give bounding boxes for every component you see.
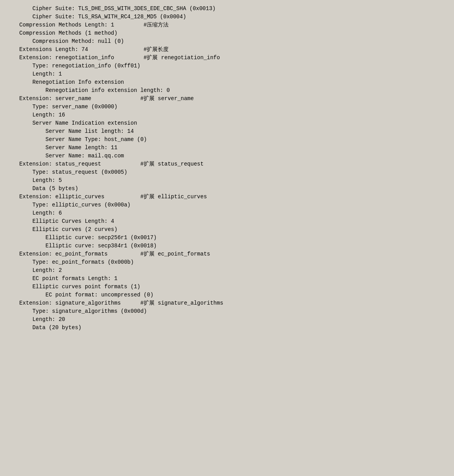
line: Length: 20	[6, 316, 448, 324]
line: Server Name Type: host_name (0)	[6, 136, 448, 144]
line: Type: signature_algorithms (0x000d)	[6, 307, 448, 316]
line: Length: 5	[6, 176, 448, 185]
line: Type: elliptic_curves (0x000a)	[6, 201, 448, 209]
line: EC point formats Length: 1	[6, 275, 448, 283]
line: Extension: renegotiation_info #扩展 renego…	[6, 54, 448, 62]
main-content: Cipher Suite: TLS_DHE_DSS_WITH_3DES_EDE_…	[6, 3, 448, 333]
line: Server Name: mail.qq.com	[6, 152, 448, 160]
line: Server Name list length: 14	[6, 127, 448, 136]
line: Cipher Suite: TLS_DHE_DSS_WITH_3DES_EDE_…	[6, 5, 448, 13]
line: Cipher Suite: TLS_RSA_WITH_RC4_128_MD5 (…	[6, 13, 448, 21]
line: Extension: ec_point_formats #扩展 ec_point…	[6, 250, 448, 258]
line: EC point format: uncompressed (0)	[6, 291, 448, 299]
line: Type: server_name (0x0000)	[6, 103, 448, 111]
line: Elliptic curve: secp384r1 (0x0018)	[6, 242, 448, 250]
line: Server Name Indication extension	[6, 119, 448, 127]
line: Elliptic curve: secp256r1 (0x0017)	[6, 234, 448, 242]
line: Type: renegotiation_info (0xff01)	[6, 62, 448, 70]
line: Compression Method: null (0)	[6, 37, 448, 46]
line: Extension: elliptic_curves #扩展 elliptic_…	[6, 193, 448, 201]
line: Compression Methods (1 method)	[6, 29, 448, 37]
line: Length: 6	[6, 209, 448, 217]
line: Data (5 bytes)	[6, 185, 448, 193]
line: Renegotiation info extension length: 0	[6, 86, 448, 95]
line: Data (20 bytes)	[6, 324, 448, 332]
line: Length: 2	[6, 266, 448, 275]
line: Type: ec_point_formats (0x000b)	[6, 258, 448, 266]
line: Compression Methods Length: 1 #压缩方法	[6, 21, 448, 29]
line: Renegotiation Info extension	[6, 78, 448, 86]
line: Type: status_request (0x0005)	[6, 168, 448, 176]
line: Elliptic curves (2 curves)	[6, 226, 448, 234]
code-block: Cipher Suite: TLS_DHE_DSS_WITH_3DES_EDE_…	[6, 5, 448, 332]
line: Elliptic curves point formats (1)	[6, 283, 448, 291]
line: Elliptic Curves Length: 4	[6, 217, 448, 226]
line: Length: 1	[6, 70, 448, 78]
line: Extensions Length: 74 #扩展长度	[6, 46, 448, 54]
line: Extension: server_name #扩展 server_name	[6, 95, 448, 103]
line: Extension: status_request #扩展 status_req…	[6, 160, 448, 168]
line: Length: 16	[6, 111, 448, 119]
line: Server Name length: 11	[6, 144, 448, 152]
line: Extension: signature_algorithms #扩展 sign…	[6, 299, 448, 307]
